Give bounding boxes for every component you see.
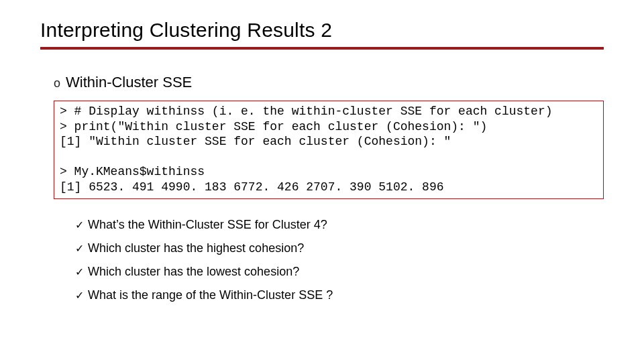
code-line: > print("Within cluster SSE for each clu… <box>60 120 487 133</box>
question-text: Which cluster has the lowest cohesion? <box>88 265 299 279</box>
check-icon: ✓ <box>75 267 84 278</box>
subheading-row: o Within-Cluster SSE <box>54 74 604 91</box>
list-item: ✓ What is the range of the Within-Cluste… <box>75 288 604 302</box>
list-item: ✓ Which cluster has the lowest cohesion? <box>75 265 604 279</box>
code-box: > # Display withinss (i. e. the within-c… <box>54 101 604 199</box>
list-item: ✓ What’s the Within-Cluster SSE for Clus… <box>75 218 604 232</box>
code-line: > # Display withinss (i. e. the within-c… <box>60 105 553 118</box>
check-icon: ✓ <box>75 290 84 301</box>
question-text: Which cluster has the highest cohesion? <box>88 241 304 255</box>
circle-bullet-icon: o <box>54 77 60 89</box>
list-item: ✓ Which cluster has the highest cohesion… <box>75 241 604 255</box>
questions-list: ✓ What’s the Within-Cluster SSE for Clus… <box>75 218 604 302</box>
title-rule <box>40 47 604 50</box>
question-text: What’s the Within-Cluster SSE for Cluste… <box>88 218 327 232</box>
code-line: [1] "Within cluster SSE for each cluster… <box>60 135 451 148</box>
check-icon: ✓ <box>75 243 84 254</box>
subheading: Within-Cluster SSE <box>66 74 192 91</box>
code-line: [1] 6523. 491 4990. 183 6772. 426 2707. … <box>60 180 444 194</box>
code-line: > My.KMeans$withinss <box>60 165 205 178</box>
check-icon: ✓ <box>75 220 84 231</box>
slide: Interpreting Clustering Results 2 o With… <box>0 0 644 362</box>
page-title: Interpreting Clustering Results 2 <box>40 19 604 42</box>
question-text: What is the range of the Within-Cluster … <box>88 288 333 302</box>
